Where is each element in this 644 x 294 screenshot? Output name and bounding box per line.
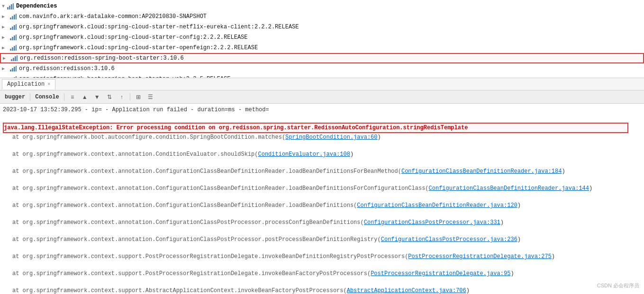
log-line: at org.springframework.context.annotatio…: [3, 201, 641, 210]
log-line: at org.springframework.context.support.A…: [3, 286, 641, 294]
stack-link[interactable]: PostProcessorRegistrationDelegate.java:2…: [408, 253, 551, 260]
toolbar-menu-btn[interactable]: ≡: [67, 92, 78, 102]
tab-bar: Application ×: [0, 78, 644, 90]
log-line: at org.springframework.context.annotatio…: [3, 235, 641, 244]
stack-link[interactable]: PostProcessorRegistrationDelegate.java:9…: [371, 270, 510, 277]
dep-bar-icon: [9, 34, 17, 41]
dep-bar-icon: [9, 13, 17, 20]
dep-text: org.springframework.cloud:spring-cloud-s…: [19, 34, 247, 41]
svg-rect-18: [14, 46, 15, 51]
toolbar-up-btn[interactable]: ▲: [80, 92, 90, 102]
dep-list: ▶ com.navinfo.ark:ark-datalake-common:AP…: [0, 11, 644, 78]
dep-item[interactable]: ▶ org.springframework.cloud:spring-cloud…: [0, 32, 644, 43]
toolbar-separator-2: [64, 93, 64, 101]
stack-prefix: at org.springframework.context.support.P…: [12, 253, 408, 260]
svg-rect-15: [16, 35, 17, 40]
stack-link[interactable]: ConfigurationClassBeanDefinitionReader.j…: [357, 202, 517, 209]
svg-rect-9: [12, 27, 13, 30]
dep-item[interactable]: ▶ org.redisson:redisson:3.10.6: [0, 63, 644, 74]
log-line: at org.springframework.context.support.P…: [3, 269, 641, 278]
svg-rect-19: [16, 45, 17, 51]
toolbar-updown-btn[interactable]: ⇅: [104, 92, 115, 102]
stack-prefix: at org.springframework.context.annotatio…: [12, 185, 429, 192]
svg-rect-14: [14, 36, 15, 40]
svg-rect-2: [11, 4, 12, 9]
log-line: at org.springframework.boot.autoconfigur…: [3, 133, 641, 142]
toolbar-down-btn[interactable]: ▼: [92, 92, 102, 102]
svg-rect-22: [15, 56, 16, 61]
dependencies-header: ▼ Dependencies: [0, 1, 644, 11]
svg-rect-5: [12, 16, 13, 19]
dep-item[interactable]: ▶ org.springframework.cloud:spring-cloud…: [0, 22, 644, 32]
dep-arrow: ▶: [2, 14, 8, 19]
console-label[interactable]: Console: [33, 94, 61, 100]
console-output[interactable]: 2023-10-17 13:52:39.295 - ip= - Applicat…: [0, 104, 644, 294]
dep-arrow: ▶: [2, 24, 8, 30]
svg-rect-12: [10, 38, 11, 40]
svg-rect-8: [10, 28, 11, 30]
svg-rect-16: [10, 49, 11, 51]
log-line: at org.springframework.context.annotatio…: [3, 150, 641, 159]
dep-item[interactable]: ▶ org.springframework.boot:spring-boot-s…: [0, 74, 644, 78]
toolbar-grid-btn[interactable]: ⊞: [133, 92, 144, 102]
toolbar-separator-3: [130, 93, 130, 101]
svg-rect-17: [12, 47, 13, 51]
svg-rect-10: [14, 25, 15, 30]
dep-item[interactable]: ▶ org.redisson:redisson-spring-boot-star…: [0, 53, 644, 63]
stack-link[interactable]: ConfigurationClassBeanDefinitionReader.j…: [401, 168, 562, 175]
log-line: java.lang.IllegalStateException: Error p…: [3, 123, 628, 133]
svg-rect-24: [10, 70, 11, 71]
log-line: at org.springframework.context.annotatio…: [3, 184, 641, 193]
stack-prefix: at org.springframework.context.annotatio…: [12, 202, 357, 209]
dep-text: com.navinfo.ark:ark-datalake-common:AP20…: [19, 13, 207, 20]
dep-arrow: ▶: [2, 35, 8, 40]
stack-prefix: at org.springframework.context.annotatio…: [12, 219, 364, 226]
console-toolbar: bugger Console ≡ ▲ ▼ ⇅ ↑ ⊞ ☰: [0, 90, 644, 104]
dep-item[interactable]: ▶ org.springframework.cloud:spring-cloud…: [0, 43, 644, 53]
dep-item[interactable]: ▶ com.navinfo.ark:ark-datalake-common:AP…: [0, 11, 644, 22]
svg-rect-26: [14, 67, 15, 71]
svg-rect-6: [14, 15, 15, 19]
svg-rect-27: [16, 66, 17, 71]
toolbar-lines-btn[interactable]: ☰: [145, 92, 156, 102]
svg-rect-13: [12, 37, 13, 40]
dep-bar-icon: [9, 44, 17, 52]
svg-rect-21: [13, 58, 14, 61]
stack-prefix: at org.springframework.context.support.A…: [12, 287, 347, 294]
stack-link[interactable]: SpringBootCondition.java:60: [285, 134, 377, 141]
watermark: CSDN 必会程序员: [597, 282, 639, 289]
stack-prefix: at org.springframework.boot.autoconfigur…: [12, 134, 285, 141]
stack-prefix: at org.springframework.context.annotatio…: [12, 168, 401, 175]
console-section: bugger Console ≡ ▲ ▼ ⇅ ↑ ⊞ ☰ 2023-10-17 …: [0, 90, 644, 294]
stack-link[interactable]: ConfigurationClassPostProcessor.java:236: [381, 236, 517, 243]
svg-rect-3: [13, 3, 14, 9]
application-tab[interactable]: Application ×: [2, 79, 55, 89]
dep-arrow: ▶: [3, 55, 9, 61]
svg-rect-25: [12, 68, 13, 71]
toolbar-separator-1: [30, 93, 30, 101]
dep-text: org.springframework.cloud:spring-cloud-s…: [19, 45, 258, 51]
tab-label: Application: [7, 81, 45, 88]
log-line: at org.springframework.context.annotatio…: [3, 218, 641, 227]
stack-link[interactable]: ConditionEvaluator.java:108: [258, 151, 350, 158]
debugger-label[interactable]: bugger: [3, 94, 27, 100]
dep-arrow: ▶: [2, 45, 8, 51]
dep-bar-icon: [9, 65, 17, 72]
dep-text: org.redisson:redisson:3.10.6: [19, 65, 115, 72]
dep-arrow: ▶: [2, 66, 8, 71]
dep-bar-icon: [9, 23, 17, 31]
svg-rect-4: [10, 18, 11, 19]
log-line: 2023-10-17 13:52:39.295 - ip= - Applicat…: [3, 106, 641, 114]
dep-header-arrow: ▼: [2, 4, 5, 9]
dep-text: org.springframework.cloud:spring-cloud-s…: [19, 24, 299, 30]
stack-prefix: at org.springframework.context.annotatio…: [12, 151, 258, 158]
toolbar-up2-btn[interactable]: ↑: [117, 92, 127, 102]
svg-rect-7: [16, 14, 17, 19]
log-line: at org.springframework.context.support.P…: [3, 252, 641, 261]
stack-link[interactable]: AbstractApplicationContext.java:706: [347, 287, 466, 294]
tab-close-button[interactable]: ×: [47, 82, 50, 87]
stack-link[interactable]: ConfigurationClassPostProcessor.java:331: [364, 219, 500, 226]
stack-link[interactable]: ConfigurationClassBeanDefinitionReader.j…: [429, 185, 589, 192]
svg-rect-23: [17, 55, 18, 61]
log-line: at org.springframework.context.annotatio…: [3, 167, 641, 176]
